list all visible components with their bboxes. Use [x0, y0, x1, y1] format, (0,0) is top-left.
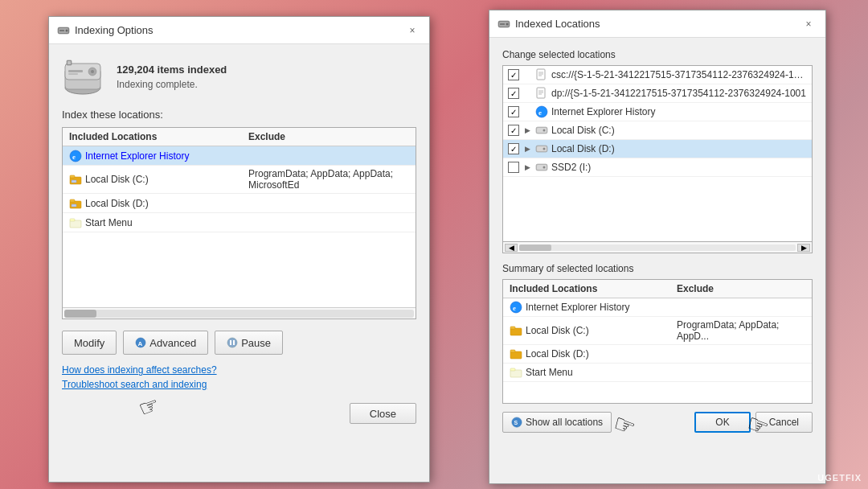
- folder-d-icon: [69, 197, 82, 210]
- table-row[interactable]: Local Disk (D:): [63, 194, 416, 213]
- stats-status: Indexing complete.: [117, 79, 227, 90]
- svg-rect-55: [510, 351, 522, 359]
- svg-point-2: [66, 29, 68, 31]
- h-scroll-inner: [64, 310, 414, 318]
- loc-dp-label: dp://{S-1-5-21-3412217515-3717354112-237…: [551, 88, 807, 99]
- row-c-exclude: ProgramData; AppData; AppData; Microsoft…: [248, 168, 409, 191]
- show-all-label: Show all locations: [526, 417, 603, 428]
- svg-rect-56: [510, 350, 515, 352]
- pause-icon: [227, 337, 238, 348]
- checkbox-c[interactable]: [508, 125, 519, 136]
- hscroll-track: [519, 244, 796, 251]
- sum-row: e Internet Explorer History: [503, 298, 812, 317]
- change-label: Change selected locations: [502, 49, 813, 60]
- summary-section: Summary of selected locations Included L…: [502, 263, 813, 404]
- svg-point-50: [543, 166, 546, 169]
- list-item[interactable]: csc://{S-1-5-21-3412217515-3717354112-23…: [503, 66, 812, 84]
- svg-text:e: e: [513, 304, 516, 312]
- pause-button[interactable]: Pause: [215, 331, 283, 355]
- checkbox-dp[interactable]: [508, 88, 519, 99]
- row-d-label: Local Disk (D:): [85, 198, 248, 209]
- show-all-button[interactable]: S Show all locations: [502, 412, 612, 433]
- sum-c-label: Local Disk (C:): [526, 325, 677, 336]
- stats-count: 129,204 items indexed: [117, 64, 227, 76]
- loc-c-label: Local Disk (C:): [551, 125, 807, 136]
- title-bar-left: Indexing Options: [57, 24, 154, 37]
- summary-body: e Internet Explorer History Local Disk (…: [503, 298, 812, 403]
- sum-row: Start Menu: [503, 364, 812, 382]
- indexed-title-text: Indexed Locations: [515, 18, 600, 30]
- svg-rect-20: [72, 204, 76, 207]
- ok-button[interactable]: OK: [694, 412, 750, 433]
- show-all-icon: S: [511, 417, 522, 428]
- sum-row: Local Disk (C:) ProgramData; AppData; Ap…: [503, 317, 812, 345]
- sum-sm-label: Start Menu: [526, 367, 677, 378]
- sum-d-label: Local Disk (D:): [526, 348, 677, 360]
- hscroll-thumb: [519, 244, 551, 251]
- sum-ie-label: Internet Explorer History: [526, 302, 677, 313]
- close-button[interactable]: Close: [350, 403, 416, 424]
- row-c-label: Local Disk (C:): [85, 174, 248, 185]
- stats-area: 129,204 items indexed Indexing complete.: [62, 55, 416, 97]
- svg-rect-9: [68, 70, 83, 72]
- scroll-right-btn[interactable]: ▶: [797, 244, 810, 252]
- advanced-button[interactable]: A Advanced: [123, 331, 208, 355]
- svg-rect-32: [537, 69, 545, 80]
- list-hscrollbar[interactable]: ◀ ▶: [502, 242, 813, 253]
- folder-c-icon: [69, 173, 82, 186]
- list-item[interactable]: ▶ Local Disk (C:): [503, 121, 812, 140]
- list-item[interactable]: dp://{S-1-5-21-3412217515-3717354112-237…: [503, 84, 812, 103]
- links-area: How does indexing affect searches? Troub…: [62, 364, 416, 390]
- checkbox-csc[interactable]: [508, 69, 519, 80]
- pause-label: Pause: [241, 337, 271, 349]
- hdd-icon-c: [535, 124, 548, 137]
- action-buttons-row: Modify A Advanced Pause: [62, 331, 416, 355]
- checkbox-ssd[interactable]: [508, 162, 519, 173]
- table-row[interactable]: Local Disk (C:) ProgramData; AppData; Ap…: [63, 166, 416, 194]
- locations-list: csc://{S-1-5-21-3412217515-3717354112-23…: [502, 65, 813, 242]
- svg-text:S: S: [514, 420, 518, 425]
- modify-button[interactable]: Modify: [62, 331, 117, 355]
- stats-text: 129,204 items indexed Indexing complete.: [117, 64, 227, 90]
- h-scroll-thumb: [64, 310, 96, 318]
- right-buttons: OK Cancel: [694, 412, 813, 433]
- file-icon-csc: [535, 68, 548, 81]
- svg-point-25: [227, 338, 237, 347]
- list-item[interactable]: ▶ SSD2 (I:): [503, 158, 812, 177]
- expand-ssd: ▶: [522, 162, 532, 172]
- scroll-left-btn[interactable]: ◀: [505, 244, 518, 252]
- indexing-title-bar: Indexing Options ×: [49, 17, 429, 44]
- svg-rect-26: [230, 340, 231, 345]
- hdd-icon-ssd: [535, 161, 548, 174]
- sum-ie-icon: e: [510, 301, 522, 314]
- expand-dp: [522, 88, 532, 98]
- svg-text:A: A: [138, 340, 143, 347]
- checkbox-d[interactable]: [508, 143, 519, 154]
- how-does-indexing-link[interactable]: How does indexing affect searches?: [62, 364, 416, 376]
- list-item[interactable]: ▶ Local Disk (D:): [503, 140, 812, 158]
- checkbox-ie[interactable]: [508, 106, 519, 117]
- advanced-label: Advanced: [149, 337, 196, 349]
- loc-d-label: Local Disk (D:): [551, 143, 807, 154]
- col-exclude-header: Exclude: [248, 131, 409, 142]
- indexed-title-icon: [497, 18, 510, 31]
- table-row[interactable]: e Internet Explorer History: [63, 146, 416, 166]
- indexed-close-button[interactable]: ×: [800, 15, 817, 33]
- sum-c-icon: [510, 324, 522, 337]
- startmenu-icon: [69, 216, 82, 229]
- list-item[interactable]: e Internet Explorer History: [503, 103, 812, 121]
- svg-rect-36: [537, 88, 545, 98]
- cancel-button[interactable]: Cancel: [755, 412, 813, 433]
- indexing-close-button[interactable]: ×: [403, 22, 421, 39]
- svg-point-30: [506, 23, 509, 25]
- troubleshoot-link[interactable]: Troubleshoot search and indexing: [62, 379, 416, 390]
- table-row[interactable]: Start Menu: [63, 213, 416, 232]
- row-ie-label: Internet Explorer History: [85, 150, 248, 162]
- h-scroll-bar[interactable]: [63, 307, 416, 318]
- col-included-header: Included Locations: [69, 131, 248, 142]
- indexed-title-left: Indexed Locations: [497, 18, 600, 31]
- section-label: Index these locations:: [62, 109, 416, 121]
- loc-ssd-label: SSD2 (I:): [551, 162, 807, 173]
- svg-rect-58: [510, 368, 515, 371]
- svg-rect-16: [70, 175, 75, 178]
